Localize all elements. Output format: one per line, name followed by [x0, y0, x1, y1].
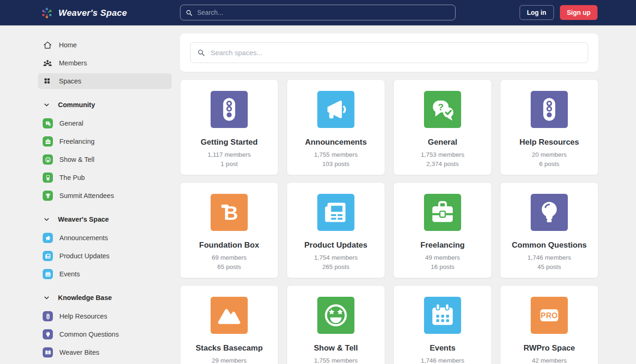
sidebar-item-freelancing[interactable]: Freelancing	[38, 134, 172, 149]
space-card-getting-started[interactable]: Getting Started 1,117 members1 post	[180, 79, 278, 175]
fb-monogram-icon	[211, 194, 248, 231]
space-posts: 2,374 posts	[394, 160, 491, 169]
space-posts: 65 posts	[180, 262, 278, 272]
sidebar-item-product-updates[interactable]: Product Updates	[38, 248, 172, 264]
sidebar-item-announcements[interactable]: Announcements	[38, 230, 172, 246]
chevron-down-icon	[43, 101, 51, 109]
space-card-show-and-tell[interactable]: Show & Tell 1,755 members52 posts	[287, 285, 385, 364]
space-card-events[interactable]: Events 1,746 members166 posts	[393, 285, 492, 364]
pro-badge-icon	[531, 297, 568, 334]
space-card-stacks-basecamp[interactable]: Stacks Basecamp 29 members5 posts	[180, 285, 278, 364]
lightbulb-icon	[43, 329, 53, 339]
space-members: 1,755 members	[287, 356, 385, 364]
sidebar-section-weavers-space[interactable]: Weaver's Space	[38, 212, 172, 226]
space-title: Product Updates	[287, 241, 385, 250]
home-icon	[43, 40, 52, 50]
open-book-icon	[43, 347, 53, 358]
space-title: Announcements	[287, 138, 385, 147]
sidebar: Home Members Spaces Community General Fr…	[0, 26, 180, 364]
sidebar-section-knowledge-base[interactable]: Knowledge Base	[38, 291, 172, 305]
spaces-search-box[interactable]	[190, 42, 588, 63]
top-navbar: Weaver's Space Log in Sign up	[0, 0, 636, 26]
space-members: 1,746 members	[394, 356, 491, 364]
signup-button[interactable]: Sign up	[560, 5, 597, 20]
sidebar-item-label: Product Updates	[59, 252, 109, 260]
chevron-down-icon	[43, 216, 51, 224]
sidebar-item-events[interactable]: Events	[38, 266, 172, 282]
briefcase-icon	[424, 194, 461, 231]
sidebar-item-members[interactable]: Members	[38, 55, 172, 71]
space-members: 1,754 members	[287, 253, 385, 262]
space-card-product-updates[interactable]: Product Updates 1,754 members265 posts	[287, 182, 385, 278]
brand-logo-icon	[40, 6, 54, 20]
brand[interactable]: Weaver's Space	[40, 0, 127, 26]
space-title: Freelancing	[394, 241, 491, 250]
space-members: 1,753 members	[394, 150, 491, 160]
sidebar-item-label: Spaces	[59, 77, 81, 85]
spaces-search-input[interactable]	[211, 49, 582, 57]
sidebar-item-label: Common Questions	[59, 331, 119, 338]
sidebar-item-label: Weaver Bites	[59, 349, 99, 356]
chat-question-icon	[43, 118, 53, 128]
newspaper-icon	[43, 251, 53, 261]
search-icon	[185, 9, 193, 17]
mountain-icon	[211, 297, 248, 334]
navbar-actions: Log in Sign up	[520, 5, 597, 20]
sidebar-item-label: General	[59, 120, 84, 127]
sidebar-item-common-questions[interactable]: Common Questions	[38, 326, 172, 342]
newspaper-icon	[317, 194, 354, 231]
space-title: Common Questions	[501, 241, 598, 250]
section-title: Weaver's Space	[58, 216, 109, 223]
space-members: 42 members	[501, 356, 598, 364]
space-card-announcements[interactable]: Announcements 1,755 members103 posts	[287, 79, 385, 175]
space-card-foundation-box[interactable]: Foundation Box 69 members65 posts	[180, 182, 278, 278]
space-members: 49 members	[394, 253, 491, 262]
space-card-help-resources[interactable]: Help Resources 20 members6 posts	[500, 79, 598, 175]
space-title: Help Resources	[501, 138, 598, 147]
members-icon	[43, 58, 52, 68]
sidebar-item-label: Show & Tell	[59, 156, 95, 163]
space-title: Events	[394, 344, 491, 353]
space-members: 20 members	[501, 150, 598, 160]
section-title: Knowledge Base	[58, 294, 112, 301]
traffic-light-icon	[211, 91, 248, 128]
megaphone-icon	[43, 233, 53, 243]
sidebar-item-help-resources[interactable]: Help Resources	[38, 308, 172, 324]
space-posts: 103 posts	[287, 160, 385, 169]
chat-question-icon	[424, 91, 461, 128]
sidebar-item-general[interactable]: General	[38, 115, 172, 131]
space-card-rwpro-space[interactable]: RWPro Space 42 members25 posts	[500, 285, 598, 364]
sidebar-item-weaver-bites[interactable]: Weaver Bites	[38, 345, 172, 360]
navbar-search-input[interactable]	[197, 9, 450, 16]
space-members: 1,117 members	[180, 150, 278, 160]
trophy-icon	[43, 191, 53, 201]
sidebar-item-label: The Pub	[59, 174, 85, 181]
search-icon	[197, 48, 206, 57]
space-card-general[interactable]: General 1,753 members2,374 posts	[393, 79, 492, 175]
sidebar-item-the-pub[interactable]: The Pub	[38, 170, 172, 185]
space-title: RWPro Space	[501, 344, 598, 353]
sidebar-section-community[interactable]: Community	[38, 98, 172, 112]
space-card-common-questions[interactable]: Common Questions 1,746 members45 posts	[500, 182, 598, 278]
sidebar-item-label: Freelancing	[59, 138, 95, 145]
space-posts: 265 posts	[287, 262, 385, 272]
sidebar-item-spaces[interactable]: Spaces	[38, 73, 172, 89]
traffic-light-icon	[43, 311, 53, 321]
space-members: 1,746 members	[501, 253, 598, 262]
space-members: 69 members	[180, 253, 278, 262]
sidebar-item-show-and-tell[interactable]: Show & Tell	[38, 152, 172, 167]
chevron-down-icon	[43, 294, 51, 302]
sidebar-item-home[interactable]: Home	[38, 37, 172, 53]
sidebar-item-summit-attendees[interactable]: Summit Attendees	[38, 188, 172, 204]
space-posts: 1 post	[180, 160, 278, 169]
sidebar-item-label: Home	[59, 41, 77, 49]
space-title: General	[394, 138, 491, 147]
space-title: Show & Tell	[287, 344, 385, 353]
login-button[interactable]: Log in	[520, 5, 554, 20]
navbar-search-box[interactable]	[180, 5, 456, 20]
space-card-freelancing[interactable]: Freelancing 49 members16 posts	[393, 182, 492, 278]
section-title: Community	[58, 101, 95, 109]
space-title: Getting Started	[180, 138, 278, 147]
spaces-grid: Getting Started 1,117 members1 post Anno…	[180, 79, 598, 364]
sidebar-item-label: Members	[59, 59, 87, 67]
